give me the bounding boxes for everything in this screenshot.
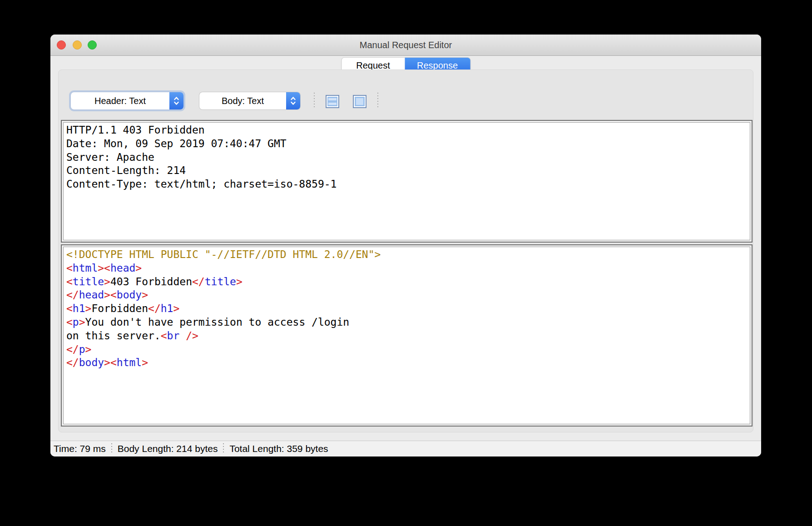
body-line: on this server.<br />	[66, 329, 747, 343]
status-separator	[111, 443, 112, 454]
toolbar-separator	[377, 93, 378, 109]
body-line: </body><html>	[66, 356, 747, 370]
window-title: Manual Request Editor	[50, 35, 761, 55]
header-line: Server: Apache	[66, 151, 747, 164]
body-format-select-value: Body: Text	[199, 96, 286, 106]
body-format-select[interactable]: Body: Text	[199, 92, 300, 109]
header-line: Content-Length: 214	[66, 164, 747, 178]
chevron-up-down-icon	[169, 92, 183, 109]
response-body-editor: <!DOCTYPE HTML PUBLIC "-//IETF//DTD HTML…	[61, 244, 753, 427]
header-line: Content-Type: text/html; charset=iso-885…	[66, 178, 747, 191]
title-bar[interactable]: Manual Request Editor	[50, 35, 761, 56]
manual-request-editor-window: Manual Request Editor Request Response H…	[50, 35, 761, 457]
body-line: <h1>Forbidden</h1>	[66, 302, 747, 316]
status-bar: Time: 79 msBody Length: 214 bytesTotal L…	[50, 441, 761, 457]
status-item: Total Length: 359 bytes	[229, 443, 328, 454]
status-separator	[223, 443, 224, 454]
status-item: Time: 79 ms	[54, 443, 106, 454]
body-line: <!DOCTYPE HTML PUBLIC "-//IETF//DTD HTML…	[66, 248, 747, 262]
header-editor-content[interactable]: HTTP/1.1 403 ForbiddenDate: Mon, 09 Sep …	[63, 122, 750, 240]
body-view-toggle-button[interactable]	[353, 95, 366, 108]
body-line: </head><body>	[66, 288, 747, 302]
toolbar-separator	[314, 93, 315, 109]
header-format-select-value: Header: Text	[71, 96, 169, 106]
response-header-editor: HTTP/1.1 403 ForbiddenDate: Mon, 09 Sep …	[61, 120, 753, 243]
header-format-select[interactable]: Header: Text	[71, 92, 183, 109]
response-panel: Header: Text Body: Text	[58, 69, 753, 432]
body-line: </p>	[66, 343, 747, 357]
body-view-icon	[354, 96, 366, 107]
body-line: <html><head>	[66, 262, 747, 275]
header-line: Date: Mon, 09 Sep 2019 07:40:47 GMT	[66, 137, 747, 151]
header-view-icon	[327, 96, 338, 107]
status-item: Body Length: 214 bytes	[118, 443, 218, 454]
header-line: HTTP/1.1 403 Forbidden	[66, 124, 747, 137]
screen: Manual Request Editor Request Response H…	[0, 0, 812, 526]
header-view-toggle-button[interactable]	[326, 95, 339, 108]
body-line: <p>You don't have permission to access /…	[66, 316, 747, 329]
chevron-up-down-icon	[286, 92, 300, 109]
body-line: <title>403 Forbidden</title>	[66, 275, 747, 289]
body-editor-content[interactable]: <!DOCTYPE HTML PUBLIC "-//IETF//DTD HTML…	[63, 247, 750, 424]
